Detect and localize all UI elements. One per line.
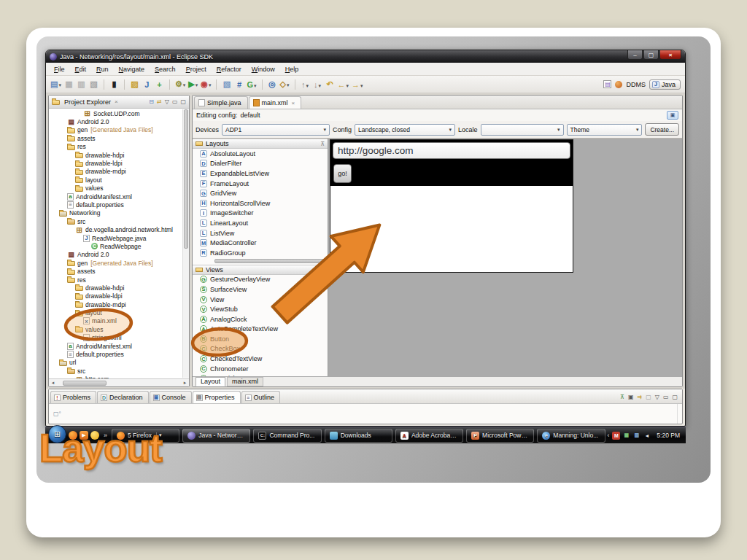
- toolbar-icon[interactable]: [169, 79, 170, 90]
- taskbar-button[interactable]: e Manning: Unlo... ▾: [537, 429, 605, 443]
- layout-canvas[interactable]: http://google.com go!: [328, 139, 682, 376]
- new-wizard2-icon[interactable]: ▧: [222, 79, 231, 90]
- save-all-icon[interactable]: ▥: [77, 79, 86, 90]
- palette-item[interactable]: D DialerFilter: [193, 159, 328, 169]
- layouts-header[interactable]: Layouts ⊼: [193, 139, 328, 149]
- palette-item[interactable]: V ViewStub: [193, 304, 328, 314]
- palette-item[interactable]: S SurfaceView: [193, 284, 328, 295]
- palette-item[interactable]: H HorizontalScrollView: [193, 198, 328, 209]
- tree-item[interactable]: src: [49, 367, 189, 375]
- tree-item[interactable]: drawable-ldpi: [49, 159, 189, 167]
- palette-item[interactable]: G GestureOverlayView: [193, 275, 328, 285]
- scroll-thumb[interactable]: [63, 381, 107, 386]
- go-button[interactable]: go!: [333, 164, 352, 183]
- devices-combo[interactable]: ADP1: [222, 124, 330, 136]
- tree-item[interactable]: values: [49, 184, 189, 192]
- tray-expand-icon[interactable]: ‹: [608, 432, 610, 439]
- palette-item[interactable]: I ImageSwitcher: [193, 209, 328, 219]
- scroll-left-icon[interactable]: ◂: [49, 380, 57, 386]
- perspective-java[interactable]: J Java: [649, 79, 681, 90]
- theme-combo[interactable]: Theme: [567, 124, 643, 136]
- tree-item[interactable]: AndroidManifest.xml: [49, 192, 189, 201]
- taskbar-button[interactable]: P Microsoft Powe... ▾: [466, 429, 534, 443]
- tree-item[interactable]: Android 2.0: [49, 117, 189, 125]
- palette-item[interactable]: L ListView: [193, 228, 328, 238]
- bottom-tab[interactable]: ! Problems: [50, 391, 96, 403]
- tree-item[interactable]: default.properties: [49, 350, 189, 358]
- palette-item[interactable]: F FrameLayout: [193, 179, 328, 189]
- bottom-tab[interactable]: D Declaration: [97, 391, 149, 403]
- open-perspective-icon[interactable]: ▤: [603, 80, 611, 88]
- new-wizard-icon[interactable]: ▤: [50, 79, 61, 90]
- new-property-icon[interactable]: ▢°: [53, 411, 61, 417]
- collapse-all-icon[interactable]: ⊟: [149, 98, 154, 105]
- tree-item[interactable]: url: [49, 359, 189, 367]
- tree-item[interactable]: drawable-mdpi: [49, 300, 189, 308]
- close-button[interactable]: ×: [659, 50, 681, 60]
- toolbar-icon[interactable]: [104, 79, 104, 90]
- open-type-icon[interactable]: #: [234, 79, 244, 90]
- new-config-button[interactable]: ▣: [667, 111, 678, 120]
- next-annotation-icon[interactable]: ↓: [313, 79, 322, 90]
- last-edit-icon[interactable]: ↶: [325, 79, 335, 90]
- locale-combo[interactable]: [481, 124, 564, 136]
- link-editor-icon[interactable]: ⇄: [157, 98, 162, 105]
- create-button[interactable]: Create...: [645, 123, 679, 136]
- tree-item[interactable]: http.com: [49, 376, 189, 379]
- tab-close-icon[interactable]: ×: [292, 100, 295, 106]
- tree-item[interactable]: Socket.UDP.com: [49, 109, 189, 117]
- tree-item[interactable]: gen [Generated Java Files]: [49, 126, 189, 134]
- bottom-tab[interactable]: ≡ Outline: [241, 391, 281, 403]
- palette-item[interactable]: E ExpandableListView: [193, 168, 328, 179]
- toolbar-icon[interactable]: [124, 79, 125, 90]
- project-explorer-title[interactable]: Project Explorer: [64, 98, 111, 106]
- save-icon[interactable]: ▦: [64, 79, 74, 90]
- views-header[interactable]: Views: [193, 265, 328, 275]
- maximize-icon[interactable]: ▢: [672, 394, 678, 400]
- palette-item[interactable]: B Button: [193, 334, 328, 344]
- debug-icon[interactable]: ⚙: [175, 79, 185, 90]
- menu-item[interactable]: Edit: [70, 66, 92, 73]
- new-android-project-icon[interactable]: +: [155, 79, 164, 90]
- display-status-icon[interactable]: ▥: [632, 432, 640, 440]
- tree-item[interactable]: main.xml: [49, 317, 189, 325]
- tree-item[interactable]: drawable-mdpi: [49, 168, 189, 176]
- view-menu-icon[interactable]: ▽: [655, 394, 659, 400]
- forward-icon[interactable]: →: [352, 79, 363, 90]
- print-icon[interactable]: ▧: [89, 79, 98, 90]
- maximize-icon[interactable]: ▢: [180, 98, 186, 105]
- tree-vertical-scrollbar[interactable]: [182, 109, 189, 378]
- tree-item[interactable]: ReadWebpage.java: [49, 234, 189, 242]
- palette-item[interactable]: A AbsoluteLayout: [193, 149, 328, 159]
- network-status-icon[interactable]: ▦: [622, 432, 630, 440]
- toolbar-icon[interactable]: [216, 79, 217, 90]
- tree-item[interactable]: gen [Generated Java Files]: [49, 259, 189, 267]
- tree-item[interactable]: AndroidManifest.xml: [49, 342, 189, 350]
- prev-annotation-icon[interactable]: ↑: [301, 79, 310, 90]
- tree-item[interactable]: de.vogella.android.network.html: [49, 225, 189, 233]
- minimize-button[interactable]: –: [627, 50, 643, 60]
- web-browser-icon[interactable]: ◎: [268, 79, 277, 90]
- editor-tab[interactable]: main.xml ×: [249, 96, 302, 109]
- taskbar-button[interactable]: A Adobe Acrobat ... ▾: [395, 429, 463, 443]
- android-device-icon[interactable]: ▮: [109, 79, 119, 90]
- palette-item[interactable]: G GridView: [193, 188, 328, 198]
- tree-horizontal-scrollbar[interactable]: ◂ ▸: [49, 378, 189, 386]
- layout-preview[interactable]: http://google.com go!: [330, 139, 573, 273]
- run-icon[interactable]: ▶: [188, 79, 198, 90]
- volume-icon[interactable]: ◄: [643, 432, 651, 440]
- editor-page-tab[interactable]: Layout: [196, 377, 225, 386]
- menu-item[interactable]: Run: [91, 66, 114, 73]
- tree-item[interactable]: layout: [49, 176, 189, 184]
- search-icon[interactable]: ◇: [280, 79, 290, 90]
- new-java-class-icon[interactable]: J: [142, 79, 152, 90]
- url-text-field[interactable]: http://google.com: [333, 142, 570, 159]
- bottom-tab[interactable]: ▤ Properties: [193, 391, 241, 403]
- run-history-icon[interactable]: ◉: [201, 79, 211, 90]
- toolbar-icon[interactable]: [262, 79, 263, 90]
- minimize-icon[interactable]: ▭: [663, 394, 669, 400]
- palette-item[interactable]: C Chronometer: [193, 364, 328, 374]
- tree-item[interactable]: drawable-hdpi: [49, 151, 189, 159]
- taskbar-button[interactable]: Java - Networki... ▾: [182, 429, 250, 443]
- tree-item[interactable]: src: [49, 217, 189, 225]
